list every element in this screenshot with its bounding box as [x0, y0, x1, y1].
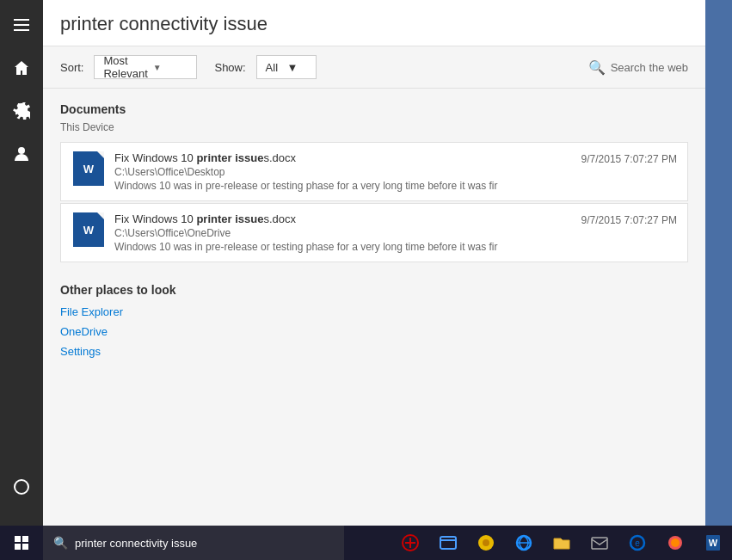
result-text-1: Fix Windows 10 printer issues.docx C:\Us… — [114, 151, 573, 192]
sort-chevron-icon: ▼ — [153, 63, 190, 72]
taskbar: 🔍 e W — [0, 526, 732, 560]
svg-point-5 — [483, 539, 489, 546]
svg-point-1 — [15, 480, 28, 494]
windows-logo-icon — [15, 536, 28, 550]
result-date-2: 9/7/2015 7:07:27 PM — [581, 212, 677, 226]
result-name-bold-2: printer issue — [196, 212, 263, 225]
sidebar-gear-icon[interactable] — [0, 89, 43, 132]
taskbar-app-firefox[interactable] — [656, 526, 694, 560]
taskbar-search-input[interactable] — [75, 537, 334, 550]
result-name-2: Fix Windows 10 printer issues.docx — [114, 212, 573, 225]
table-row[interactable]: W Fix Windows 10 printer issues.docx C:\… — [60, 142, 688, 201]
toolbar: Sort: Most Relevant ▼ Show: All ▼ 🔍 Sear… — [43, 46, 705, 89]
result-text-2: Fix Windows 10 printer issues.docx C:\Us… — [114, 212, 573, 253]
result-date-1: 9/7/2015 7:07:27 PM — [581, 151, 677, 165]
word-doc-icon-2: W — [73, 212, 104, 247]
show-label: Show: — [214, 61, 245, 74]
show-chevron-icon: ▼ — [287, 61, 309, 74]
result-preview-2: Windows 10 was in pre-release or testing… — [114, 241, 544, 253]
other-places-title: Other places to look — [60, 283, 688, 297]
sidebar-people-icon[interactable] — [0, 132, 43, 175]
table-row[interactable]: W Fix Windows 10 printer issues.docx C:\… — [60, 203, 688, 262]
result-icon-2: W — [71, 212, 106, 247]
show-value: All — [266, 61, 287, 74]
sort-label: Sort: — [60, 61, 83, 74]
result-icon-1: W — [71, 151, 106, 186]
word-doc-icon: W — [73, 151, 104, 186]
taskbar-app-icons: e W — [391, 526, 732, 560]
taskbar-app-ie2[interactable]: e — [618, 526, 656, 560]
hamburger-button[interactable] — [0, 3, 43, 46]
taskbar-app-ie[interactable] — [505, 526, 543, 560]
search-web-label: Search the web — [611, 61, 688, 74]
hamburger-line-3 — [14, 29, 29, 31]
sidebar-circle-icon[interactable] — [0, 465, 43, 508]
sidebar — [0, 0, 43, 560]
svg-rect-3 — [440, 537, 456, 549]
search-web-icon: 🔍 — [588, 59, 606, 76]
start-square-2 — [22, 536, 28, 542]
result-path-1: C:\Users\Office\Desktop — [114, 166, 573, 178]
taskbar-search-icon: 🔍 — [53, 536, 68, 550]
documents-section-subtitle: This Device — [60, 121, 688, 133]
search-header: printer connectivity issue — [43, 0, 705, 46]
taskbar-app-word[interactable]: W — [694, 526, 732, 560]
svg-point-11 — [671, 538, 680, 547]
taskbar-app-3[interactable] — [467, 526, 505, 560]
sort-value: Most Relevant — [103, 54, 147, 80]
sidebar-bottom — [0, 465, 43, 508]
file-explorer-link[interactable]: File Explorer — [60, 302, 688, 322]
onedrive-link[interactable]: OneDrive — [60, 322, 688, 342]
taskbar-app-1[interactable] — [391, 526, 429, 560]
sidebar-home-icon[interactable] — [0, 46, 43, 89]
result-name-bold-1: printer issue — [196, 151, 263, 164]
result-name-prefix-1: Fix Windows 10 — [114, 151, 196, 164]
settings-link[interactable]: Settings — [60, 342, 688, 361]
result-path-2: C:\Users\Office\OneDrive — [114, 227, 573, 239]
show-dropdown[interactable]: All ▼ — [256, 55, 317, 79]
svg-point-0 — [18, 147, 25, 154]
search-web-button[interactable]: 🔍 Search the web — [588, 59, 688, 76]
start-square-3 — [15, 544, 21, 550]
svg-rect-7 — [592, 538, 607, 549]
result-name-suffix-2: s.docx — [263, 212, 296, 225]
start-button[interactable] — [0, 526, 43, 560]
hamburger-line-1 — [14, 19, 29, 21]
documents-section-title: Documents — [60, 102, 688, 116]
other-places-section: Other places to look File Explorer OneDr… — [60, 283, 688, 361]
svg-text:e: e — [635, 538, 640, 548]
result-preview-1: Windows 10 was in pre-release or testing… — [114, 180, 544, 192]
svg-text:W: W — [709, 538, 718, 548]
taskbar-app-folder[interactable] — [543, 526, 581, 560]
hamburger-line-2 — [14, 24, 29, 26]
result-name-prefix-2: Fix Windows 10 — [114, 212, 196, 225]
taskbar-search-box[interactable]: 🔍 — [43, 526, 344, 560]
result-name-1: Fix Windows 10 printer issues.docx — [114, 151, 573, 164]
search-panel: printer connectivity issue Sort: Most Re… — [43, 0, 705, 560]
taskbar-app-2[interactable] — [429, 526, 467, 560]
start-square-1 — [15, 536, 21, 542]
sort-dropdown[interactable]: Most Relevant ▼ — [94, 55, 197, 79]
taskbar-app-mail[interactable] — [581, 526, 618, 560]
start-square-4 — [22, 544, 28, 550]
search-query-text: printer connectivity issue — [60, 13, 688, 35]
result-name-suffix-1: s.docx — [263, 151, 296, 164]
content-area: Documents This Device W Fix Windows 10 p… — [43, 89, 705, 560]
